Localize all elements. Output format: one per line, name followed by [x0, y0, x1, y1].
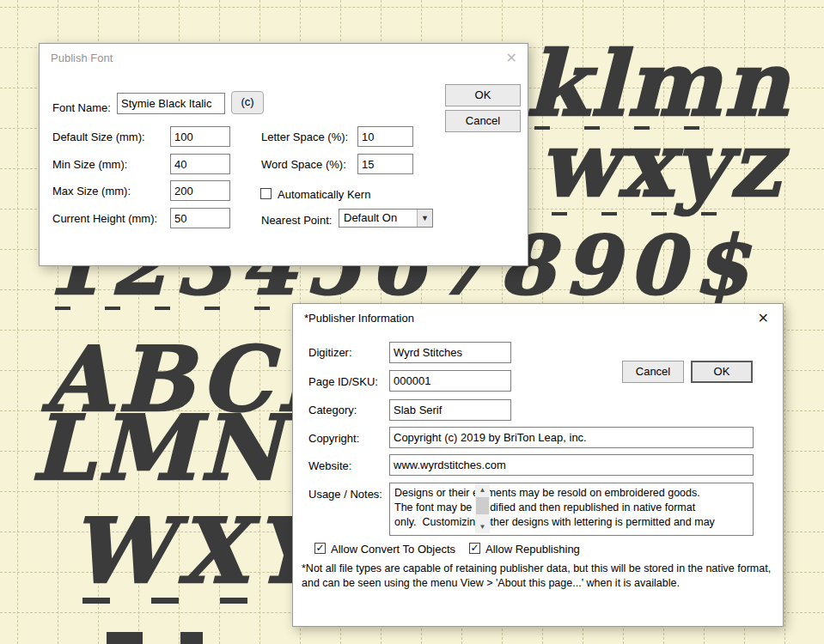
publisher-footnote: *Not all file types are capable of retai…	[302, 562, 776, 590]
notes-scrollbar[interactable]: ▲ ▼	[475, 483, 490, 533]
publisher-information-dialog-title: *Publisher Information	[304, 304, 414, 333]
cancel-button[interactable]: Cancel	[622, 361, 684, 383]
font-preview-row-wxy: WXY	[70, 507, 325, 596]
automatically-kern-checkbox[interactable]	[260, 188, 272, 199]
scrollbar-thumb[interactable]	[476, 497, 489, 514]
website-input[interactable]	[389, 454, 754, 476]
website-label: Website:	[308, 459, 351, 473]
publisher-information-dialog: *Publisher Information ✕ Digitizer: Page…	[292, 303, 784, 627]
default-size-label: Default Size (mm):	[52, 130, 145, 144]
word-space-input[interactable]	[357, 154, 413, 174]
current-height-input[interactable]	[170, 208, 230, 228]
min-size-label: Min Size (mm):	[52, 157, 127, 172]
current-height-label: Current Height (mm):	[52, 211, 157, 226]
stitch-marks	[552, 212, 742, 216]
font-name-label: Font Name:	[52, 100, 111, 115]
nearest-point-value: Default On	[344, 210, 397, 227]
checkmark-icon: ✓	[315, 542, 324, 554]
stitch-marks	[107, 632, 203, 644]
scroll-down-icon[interactable]: ▼	[475, 520, 490, 533]
stitch-marks	[82, 598, 282, 604]
canvas: klmn wxyz 1234567890$ ABCD LMNO WXY Publ…	[0, 0, 824, 644]
font-preview-row-wxyz: wxyz	[540, 120, 783, 210]
publish-font-dialog: Publish Font ✕ Font Name: (c) OK Cancel …	[39, 43, 528, 266]
page-id-sku-input[interactable]	[389, 370, 511, 392]
ok-button[interactable]: OK	[445, 84, 521, 106]
ok-button[interactable]: OK	[691, 361, 753, 383]
default-size-input[interactable]	[170, 126, 230, 147]
letter-space-input[interactable]	[357, 126, 413, 147]
close-icon[interactable]: ✕	[506, 51, 517, 66]
cancel-button[interactable]: Cancel	[445, 110, 521, 132]
letter-space-label: Letter Space (%):	[261, 130, 348, 144]
close-icon[interactable]: ✕	[758, 311, 769, 326]
max-size-input[interactable]	[170, 180, 230, 201]
page-id-sku-label: Page ID/SKU:	[308, 374, 378, 389]
publish-font-dialog-title: Publish Font	[51, 44, 113, 73]
automatically-kern-label: Automatically Kern	[278, 187, 370, 202]
scroll-up-icon[interactable]: ▲	[475, 483, 490, 496]
digitizer-label: Digitizer:	[308, 345, 352, 360]
min-size-input[interactable]	[170, 154, 230, 174]
category-input[interactable]	[389, 399, 511, 421]
chevron-down-icon[interactable]: ▼	[417, 210, 432, 227]
checkmark-icon: ✓	[470, 542, 479, 554]
copyright-symbol-button[interactable]: (c)	[231, 91, 264, 114]
nearest-point-label: Nearest Point:	[261, 213, 332, 228]
digitizer-input[interactable]	[389, 342, 511, 363]
allow-republishing-label: Allow Republishing	[485, 542, 580, 556]
usage-notes-textarea[interactable]: Designs or their elements may be resold …	[389, 483, 754, 536]
nearest-point-dropdown[interactable]: Default On ▼	[339, 209, 433, 228]
copyright-label: Copyright:	[308, 431, 359, 446]
word-space-label: Word Space (%):	[261, 157, 346, 172]
stitch-marks	[534, 126, 723, 130]
usage-notes-label: Usage / Notes:	[308, 487, 382, 501]
grid-line	[17, 0, 18, 644]
allow-republishing-checkbox[interactable]: ✓	[469, 543, 480, 554]
copyright-input[interactable]	[389, 427, 754, 448]
grid-line	[0, 7, 824, 8]
font-name-input[interactable]	[117, 93, 225, 114]
category-label: Category:	[308, 403, 357, 417]
allow-convert-checkbox[interactable]: ✓	[314, 543, 326, 554]
max-size-label: Max Size (mm):	[52, 184, 131, 198]
allow-convert-label: Allow Convert To Objects	[331, 542, 455, 556]
